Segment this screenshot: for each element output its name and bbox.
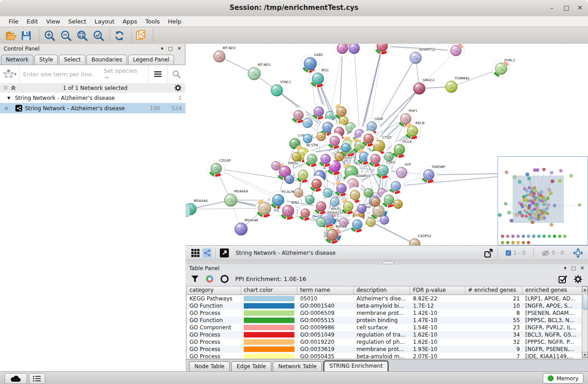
node[interactable]	[303, 134, 312, 143]
expand-all-icon[interactable]	[10, 85, 16, 91]
expander-icon[interactable]: ▼	[7, 96, 10, 100]
node[interactable]	[285, 175, 294, 184]
detach-view-icon[interactable]	[219, 248, 229, 258]
node-MT-ND1[interactable]: MT-ND1	[248, 63, 271, 80]
share-view-icon[interactable]	[203, 248, 212, 258]
table-row[interactable]: KEGG Pathways05010Alzheimer's dise...8.8…	[187, 295, 582, 302]
tab-network[interactable]: Network	[1, 55, 33, 65]
string-search-icon[interactable]	[167, 65, 185, 83]
node-PVRL2[interactable]: PVRL2	[492, 58, 515, 78]
splitter-grip[interactable]	[382, 261, 394, 264]
node[interactable]	[349, 44, 360, 54]
pie-chart-icon[interactable]	[205, 275, 214, 283]
menu-item-layout[interactable]: Layout	[90, 17, 119, 26]
table-row[interactable]: GO ComponentGO:0009986cell surface1.54E-…	[187, 324, 582, 331]
tab-network-table[interactable]: Network Table	[273, 361, 322, 371]
task-list-icon[interactable]	[29, 373, 45, 384]
tab-select[interactable]: Select	[59, 55, 85, 65]
filter-icon[interactable]	[191, 275, 199, 283]
node[interactable]	[341, 143, 351, 152]
menu-item-apps[interactable]: Apps	[119, 17, 141, 26]
node[interactable]	[349, 216, 365, 233]
table-row[interactable]: GO ProcessGO:0019220regulation of ph...1…	[187, 338, 582, 346]
menu-item-file[interactable]: File	[5, 17, 23, 26]
node-ADAMTS2[interactable]: ADAMTS2	[410, 47, 436, 64]
node[interactable]	[313, 198, 329, 215]
node[interactable]	[380, 215, 389, 225]
node-DLG4[interactable]: DLG4	[391, 140, 412, 158]
string-options-icon[interactable]	[148, 65, 167, 83]
network-tree-row[interactable]: String Network - Alzheimer's disease1005…	[0, 103, 185, 113]
network-options-gear-icon[interactable]	[174, 84, 185, 92]
node[interactable]	[447, 44, 465, 59]
string-logo-icon[interactable]: ▾	[0, 65, 19, 83]
node[interactable]	[294, 188, 303, 197]
panel-collapse-grip[interactable]	[185, 204, 190, 217]
tab-edge-table[interactable]: Edge Table	[231, 361, 271, 371]
column-header-category[interactable]: category	[187, 286, 241, 295]
tab-style[interactable]: Style	[34, 55, 58, 65]
panel-menu-icon[interactable]: ▾	[564, 265, 567, 271]
close-button[interactable]: ✕	[575, 4, 584, 11]
menu-item-edit[interactable]: Edit	[23, 17, 42, 26]
node-TARDBP[interactable]: TARDBP	[420, 165, 446, 183]
node[interactable]	[357, 204, 366, 213]
node[interactable]	[334, 44, 351, 57]
node[interactable]	[311, 103, 327, 120]
node[interactable]	[394, 200, 403, 209]
zoom-in-icon[interactable]	[43, 29, 56, 42]
node[interactable]	[364, 188, 373, 197]
network-tree-row[interactable]: ▼String Network - Alzheimer's disease1	[0, 93, 185, 103]
maximize-button[interactable]: □	[562, 4, 571, 11]
node-SMUG1[interactable]: SMUG1	[413, 78, 435, 94]
menu-item-tools[interactable]: Tools	[141, 17, 164, 26]
node[interactable]	[323, 188, 332, 197]
node[interactable]	[308, 176, 325, 192]
node[interactable]	[339, 218, 348, 227]
node-CADPS2[interactable]: CADPS2	[409, 234, 432, 245]
tab-legend-panel[interactable]: Legend Panel	[128, 55, 174, 65]
tab-node-table[interactable]: Node Table	[189, 361, 230, 371]
pan-navigate-icon[interactable]	[573, 248, 583, 258]
export-network-icon[interactable]	[483, 248, 494, 258]
table-row[interactable]: GO FunctionGO:0005515protein binding1.47…	[187, 317, 582, 324]
panel-close-icon[interactable]: ✕	[580, 265, 584, 271]
open-session-icon[interactable]	[5, 29, 17, 42]
node-VSNL1[interactable]: VSNL1	[271, 80, 291, 96]
collapse-all-icon[interactable]	[3, 85, 9, 91]
table-row[interactable]: GO ProcessGO:0033619membrane prot...1.93…	[187, 346, 582, 353]
node[interactable]	[371, 197, 380, 206]
minimize-button[interactable]: –	[547, 4, 556, 11]
node[interactable]	[292, 152, 301, 161]
zoom-fit-icon[interactable]	[76, 29, 89, 42]
refresh-icon[interactable]	[113, 29, 126, 42]
panel-close-icon[interactable]: ✕	[177, 46, 181, 52]
settings-gear-icon[interactable]	[574, 275, 583, 284]
node[interactable]	[327, 133, 343, 149]
table-row[interactable]: GO ProcessGO:0006509membrane prot...1.42…	[187, 309, 582, 317]
node[interactable]	[360, 131, 377, 147]
menu-item-help[interactable]: Help	[164, 17, 185, 26]
node[interactable]	[384, 152, 394, 161]
zoom-out-icon[interactable]	[60, 29, 72, 42]
column-header-description[interactable]: description	[354, 286, 410, 295]
node[interactable]	[367, 151, 384, 167]
birds-eye-view[interactable]	[498, 156, 588, 245]
node[interactable]	[335, 152, 344, 161]
node[interactable]	[305, 195, 314, 204]
network-file-icon[interactable]	[135, 29, 147, 42]
memory-button[interactable]: Memory	[543, 373, 583, 384]
node[interactable]	[330, 197, 339, 206]
table-scrollbar[interactable]: ▲ ▼	[582, 286, 588, 358]
table-row[interactable]: GO ProcessGO:0050435beta-amyloid m...2.0…	[187, 353, 582, 359]
menu-item-select[interactable]: Select	[64, 17, 90, 26]
column-header-term-name[interactable]: term name	[297, 286, 354, 295]
enrichment-table[interactable]: categorychart colorterm namedescriptionF…	[186, 286, 582, 359]
tab-string-enrichment[interactable]: STRING Enrichment	[323, 361, 389, 371]
node[interactable]	[318, 151, 334, 167]
node[interactable]	[317, 218, 326, 227]
column-header-FDR-p-value[interactable]: FDR p-value	[410, 286, 465, 295]
node[interactable]	[317, 132, 326, 141]
string-query-input[interactable]	[19, 71, 104, 78]
node[interactable]	[374, 44, 391, 55]
